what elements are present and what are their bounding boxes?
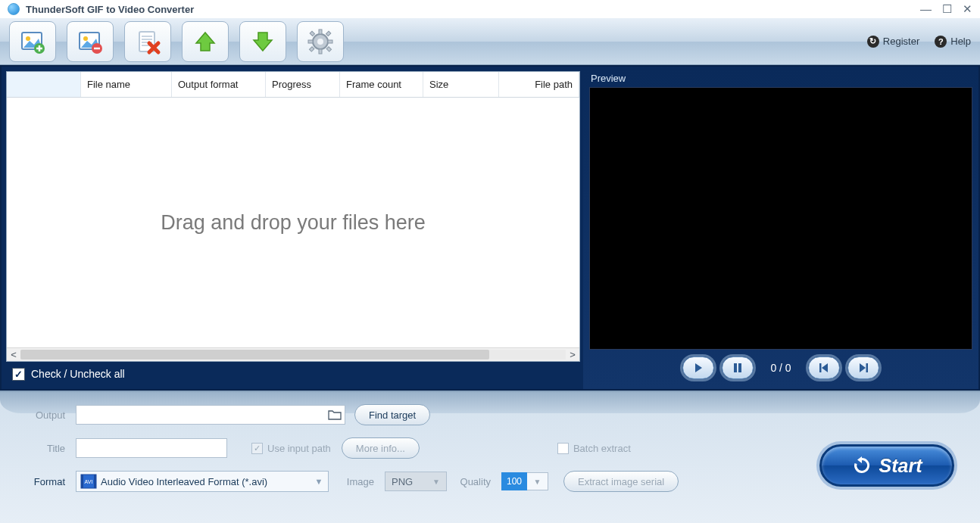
svg-rect-12	[328, 40, 332, 43]
minimize-button[interactable]: —	[920, 2, 932, 16]
move-down-button[interactable]	[239, 21, 286, 62]
arrow-down-icon	[249, 28, 276, 55]
file-table[interactable]: File name Output format Progress Frame c…	[6, 71, 580, 362]
settings-panel: Output Find target Title ✓ Use input pat…	[0, 391, 980, 523]
settings-button[interactable]	[297, 21, 344, 62]
svg-rect-20	[866, 363, 868, 372]
chevron-down-icon: ▼	[432, 478, 440, 486]
image-format-select[interactable]: PNG ▼	[385, 472, 447, 491]
avi-icon: AVI	[76, 474, 101, 489]
prev-frame-button[interactable]	[808, 356, 840, 379]
arrow-up-icon	[192, 28, 219, 55]
output-path-input[interactable]	[76, 405, 345, 425]
svg-rect-24	[94, 475, 96, 488]
col-filename[interactable]: File name	[81, 72, 172, 97]
quality-select[interactable]: 100 ▼	[501, 472, 548, 490]
folder-icon	[328, 409, 342, 420]
quality-value: 100	[501, 472, 527, 490]
gear-icon	[307, 28, 334, 55]
use-input-path-checkbox[interactable]: ✓ Use input path	[251, 443, 331, 454]
image-format-value: PNG	[392, 476, 413, 487]
scroll-left-icon[interactable]: <	[7, 349, 20, 360]
chevron-down-icon[interactable]: ▼	[527, 472, 548, 490]
format-label: Format	[21, 476, 65, 487]
col-progress[interactable]: Progress	[266, 72, 340, 97]
titlebar: ThunderSoft GIF to Video Converter — ☐ ✕	[0, 0, 980, 18]
svg-rect-18	[738, 363, 741, 372]
drop-zone[interactable]: Drag and drop your files here	[7, 98, 579, 347]
pause-button[interactable]	[722, 356, 754, 379]
scroll-track[interactable]	[20, 350, 566, 360]
svg-point-1	[26, 36, 30, 41]
image-label: Image	[336, 476, 374, 487]
remove-all-button[interactable]	[124, 21, 171, 62]
play-button[interactable]	[682, 356, 714, 379]
preview-pane: Preview 0 / 0	[583, 65, 980, 391]
use-input-path-box[interactable]: ✓	[251, 443, 263, 454]
table-header: File name Output format Progress Frame c…	[7, 72, 579, 98]
check-all-label: Check / Uncheck all	[31, 368, 125, 380]
col-output-format[interactable]: Output format	[172, 72, 266, 97]
add-file-button[interactable]	[9, 21, 56, 62]
svg-rect-13	[310, 31, 314, 36]
svg-rect-16	[309, 46, 314, 51]
svg-rect-9	[319, 30, 322, 34]
svg-point-8	[317, 39, 323, 45]
svg-rect-11	[308, 40, 313, 43]
remove-image-icon	[76, 28, 104, 55]
chevron-down-icon: ▼	[310, 477, 328, 486]
extract-serial-button[interactable]: Extract image serial	[563, 471, 679, 492]
help-icon: ?	[935, 36, 947, 48]
next-frame-button[interactable]	[847, 356, 879, 379]
batch-extract-box[interactable]	[557, 443, 569, 454]
close-button[interactable]: ✕	[963, 2, 972, 16]
remove-file-button[interactable]	[67, 21, 114, 62]
check-all-checkbox[interactable]: ✓	[12, 368, 25, 381]
pause-icon	[732, 363, 743, 373]
svg-rect-19	[819, 363, 822, 372]
scroll-thumb[interactable]	[20, 350, 489, 360]
quality-label: Quality	[451, 476, 491, 487]
svg-rect-23	[81, 475, 83, 488]
preview-viewport	[589, 87, 972, 350]
move-up-button[interactable]	[182, 21, 229, 62]
playback-controls: 0 / 0	[589, 350, 972, 386]
file-list-pane: File name Output format Progress Frame c…	[0, 65, 583, 391]
format-select[interactable]: AVI Audio Video Interleaved Format (*.av…	[76, 471, 329, 492]
app-icon	[8, 3, 20, 15]
check-all-row[interactable]: ✓ Check / Uncheck all	[6, 362, 580, 386]
register-icon: ↻	[867, 36, 879, 48]
scroll-right-icon[interactable]: >	[566, 349, 579, 360]
col-frame-count[interactable]: Frame count	[340, 72, 423, 97]
add-image-icon	[19, 28, 46, 55]
toolbar: ↻ Register ? Help	[0, 18, 980, 65]
prev-icon	[819, 363, 829, 373]
delete-list-icon	[134, 28, 161, 55]
title-label: Title	[21, 443, 65, 454]
output-label: Output	[21, 409, 65, 421]
format-value: Audio Video Interleaved Format (*.avi)	[101, 476, 310, 487]
help-link[interactable]: ? Help	[935, 36, 971, 48]
svg-rect-14	[326, 46, 331, 51]
register-label: Register	[883, 36, 919, 47]
maximize-button[interactable]: ☐	[942, 2, 952, 16]
app-title: ThunderSoft GIF to Video Converter	[26, 4, 194, 15]
col-file-path[interactable]: File path	[499, 72, 579, 97]
col-size[interactable]: Size	[423, 72, 499, 97]
play-icon	[693, 363, 704, 373]
horizontal-scrollbar[interactable]: < >	[7, 347, 579, 361]
frame-counter: 0 / 0	[770, 362, 791, 374]
batch-extract-label: Batch extract	[573, 443, 631, 454]
more-info-button[interactable]: More info...	[342, 437, 420, 459]
next-icon	[858, 363, 869, 373]
svg-rect-17	[734, 363, 737, 372]
svg-point-4	[83, 36, 88, 41]
title-input[interactable]	[76, 438, 227, 458]
help-label: Help	[950, 36, 971, 47]
browse-output-button[interactable]	[326, 406, 344, 423]
register-link[interactable]: ↻ Register	[867, 36, 919, 48]
batch-extract-checkbox[interactable]: Batch extract	[557, 443, 631, 454]
find-target-button[interactable]: Find target	[354, 404, 430, 425]
svg-rect-15	[326, 31, 330, 36]
col-checkbox[interactable]	[7, 72, 81, 97]
